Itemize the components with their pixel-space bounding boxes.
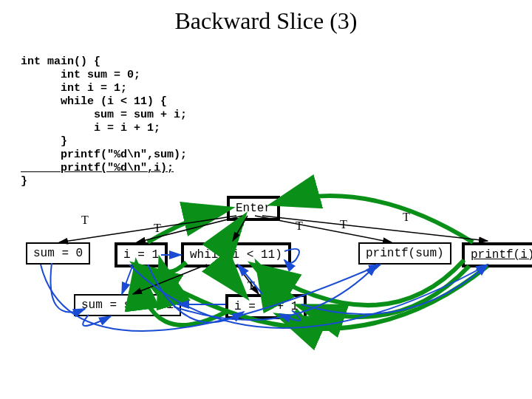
edge-label-T-4: T [296,219,303,233]
code-line-6: i = i + 1; [21,122,160,134]
code-line-2: int sum = 0; [21,69,140,81]
node-i-one: i = 1 [115,242,168,267]
node-while: while(i < 11) [181,242,291,267]
slide-title: Backward Slice (3) [0,7,532,35]
edge-label-T-7: T [159,272,166,285]
node-enter: Enter [227,196,280,221]
node-printf-sum: printf(sum) [358,242,451,265]
edge-label-T-2: T [154,222,161,235]
node-i-inc: i = i + 1 [225,294,307,319]
code-line-3: int i = 1; [21,82,127,95]
edge-label-T-1: T [81,214,89,227]
edge-label-T-8: T [248,279,255,293]
node-printf-i: printf(i) [462,242,532,267]
edge-label-T-5: T [340,218,347,231]
code-line-5: sum = sum + i; [21,109,187,121]
node-sum-zero: sum = 0 [26,242,90,265]
code-line-7: } [21,135,67,148]
code-line-8: printf("%d\n",sum); [21,149,187,161]
code-line-9-criterion: printf("%d\n",i); [21,162,174,174]
code-line-4: while (i < 11) { [21,95,167,108]
source-code: int main() { int sum = 0; int i = 1; whi… [21,42,532,188]
code-line-10: } [21,175,27,188]
code-line-1: int main() { [21,55,100,68]
node-sum-inc: sum = sum + i [74,294,181,316]
edge-label-T-3: T [236,222,244,235]
edge-label-T-6: T [403,211,410,224]
